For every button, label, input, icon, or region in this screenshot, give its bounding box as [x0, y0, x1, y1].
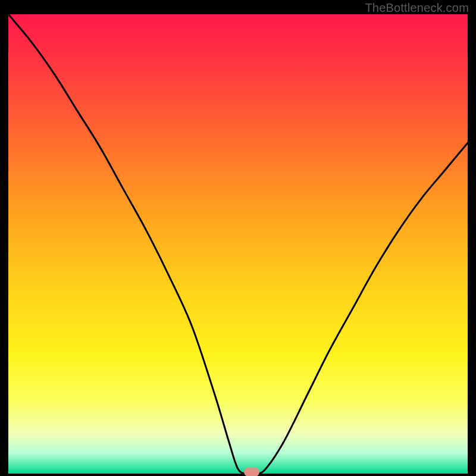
watermark-text: TheBottleneck.com — [365, 1, 469, 15]
chart-frame — [8, 14, 468, 474]
bottleneck-chart — [8, 14, 468, 474]
chart-background-gradient — [8, 14, 468, 474]
optimal-point-marker — [244, 468, 259, 476]
